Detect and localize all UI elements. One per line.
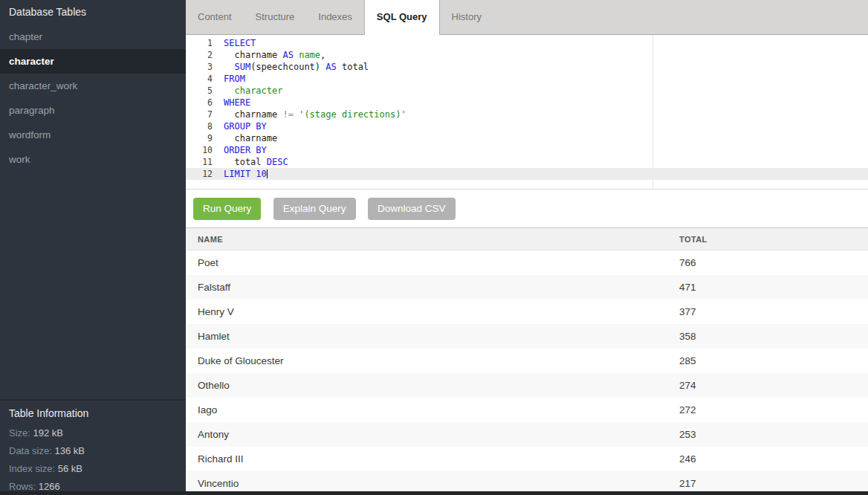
tab-history[interactable]: History (440, 0, 493, 34)
tab-content[interactable]: Content (186, 0, 244, 34)
text-cursor (267, 169, 268, 178)
tab-structure[interactable]: Structure (244, 0, 307, 34)
sidebar-item-character[interactable]: character (0, 49, 186, 74)
sql-token-st: name (299, 50, 320, 60)
results-table: NAME TOTAL Poet766Falstaff471Henry V377H… (186, 227, 868, 495)
editor-line-number: 3 (186, 61, 219, 73)
sql-token-pl: (speechcount) (250, 62, 326, 72)
cell-total: 217 (679, 478, 868, 489)
editor-line-number: 10 (186, 144, 219, 156)
table-info-row: Data size: 136 kB (0, 442, 186, 460)
editor-code-line: total DESC (224, 156, 868, 168)
sql-token-pl: charname (224, 109, 282, 120)
cell-total: 766 (679, 257, 868, 268)
cell-total: 274 (679, 380, 868, 391)
table-information-panel: Table Information Size: 192 kBData size:… (0, 399, 186, 495)
editor-line-number: 2 (186, 49, 219, 61)
editor-code-line: charname (224, 132, 868, 144)
sidebar-item-chapter[interactable]: chapter (0, 25, 186, 49)
editor-code-line: LIMIT 10 (224, 168, 868, 180)
table-info-label: Index size: (9, 463, 55, 474)
column-header-total[interactable]: TOTAL (679, 235, 868, 244)
table-row[interactable]: Antony253 (186, 422, 868, 447)
table-row[interactable]: Richard III246 (186, 447, 868, 471)
sql-token-op: != (282, 109, 293, 120)
cell-total: 253 (679, 429, 868, 440)
editor-line-number: 7 (186, 109, 219, 120)
sql-token-pl: , (320, 50, 326, 60)
editor-code[interactable]: SELECT charname AS name, SUM(speechcount… (224, 37, 868, 180)
table-info-value: 1266 (36, 481, 60, 492)
cell-name: Vincentio (186, 478, 679, 489)
sql-token-kw: SELECT (224, 38, 256, 48)
editor-code-line: SUM(speechcount) AS total (224, 61, 868, 73)
explain-query-button[interactable]: Explain Query (273, 198, 356, 220)
table-row[interactable]: Hamlet358 (186, 324, 868, 349)
sidebar-table-list: chaptercharactercharacter_workparagraphw… (0, 25, 186, 172)
sql-token-nu: 10 (256, 169, 266, 179)
editor-code-line: FROM (224, 73, 868, 85)
sidebar-item-character_work[interactable]: character_work (0, 74, 186, 98)
sidebar-item-paragraph[interactable]: paragraph (0, 98, 186, 123)
editor-line-number: 6 (186, 97, 219, 109)
column-header-name[interactable]: NAME (186, 235, 679, 244)
editor-code-line: SELECT (224, 37, 868, 49)
editor-gutter: 123456789101112 (186, 37, 219, 180)
cell-name: Iago (186, 404, 679, 415)
cell-name: Poet (186, 257, 679, 268)
cell-name: Richard III (186, 453, 679, 465)
table-row[interactable]: Othello274 (186, 373, 868, 398)
sql-token-st: character (234, 85, 282, 96)
editor-line-number: 1 (186, 37, 219, 49)
results-header-row: NAME TOTAL (186, 227, 868, 250)
sidebar-item-work[interactable]: work (0, 147, 186, 172)
download-csv-button[interactable]: Download CSV (368, 198, 456, 220)
sql-token-pl (224, 62, 234, 72)
editor-code-line: ORDER BY (224, 144, 868, 156)
table-row[interactable]: Henry V377 (186, 300, 868, 324)
sidebar-item-wordform[interactable]: wordform (0, 123, 186, 147)
table-row[interactable]: Duke of Gloucester285 (186, 349, 868, 373)
cell-total: 246 (679, 453, 868, 465)
table-info-row: Size: 192 kB (0, 424, 186, 442)
cell-name: Falstaff (186, 282, 679, 293)
app-window: Database Tables chaptercharactercharacte… (0, 0, 868, 495)
tab-bar: ContentStructureIndexesSQL QueryHistory (186, 0, 868, 35)
table-info-label: Data size: (9, 445, 52, 456)
sql-token-pl: total (224, 157, 267, 167)
editor-line-number: 9 (186, 132, 219, 144)
sql-token-kw: WHERE (224, 97, 250, 108)
sql-editor[interactable]: 123456789101112 SELECT charname AS name,… (186, 35, 868, 190)
table-row[interactable]: Poet766 (186, 250, 868, 275)
cell-name: Antony (186, 429, 679, 440)
editor-code-line: GROUP BY (224, 120, 868, 132)
sql-token-kw: FROM (224, 74, 245, 84)
sql-token-kw: SUM (234, 62, 250, 72)
table-info-value: 136 kB (52, 445, 85, 456)
sidebar-header: Database Tables (0, 0, 186, 25)
editor-line-number: 11 (186, 156, 219, 168)
cell-total: 272 (679, 404, 868, 415)
sql-token-pl: total (337, 62, 369, 72)
cell-total: 285 (679, 355, 868, 366)
tab-indexes[interactable]: Indexes (306, 0, 364, 34)
tab-sql-query[interactable]: SQL Query (364, 0, 440, 35)
sql-token-st: '(stage directions)' (299, 109, 407, 120)
sql-token-kw: GROUP BY (224, 121, 267, 132)
editor-code-line: charname != '(stage directions)' (224, 109, 868, 120)
sql-token-kw: DESC (267, 157, 288, 167)
sql-token-kw: LIMIT (224, 169, 250, 179)
main-content: ContentStructureIndexesSQL QueryHistory … (186, 0, 868, 495)
sql-token-pl: charname (224, 50, 282, 60)
table-info-list: Size: 192 kBData size: 136 kBIndex size:… (0, 424, 186, 495)
table-info-label: Rows: (9, 481, 36, 492)
table-row[interactable]: Iago272 (186, 398, 868, 422)
sql-token-kw: ORDER BY (224, 145, 267, 155)
run-query-button[interactable]: Run Query (193, 198, 261, 220)
sidebar: Database Tables chaptercharactercharacte… (0, 0, 186, 495)
editor-line-number: 8 (186, 120, 219, 132)
sql-token-pl (224, 85, 234, 96)
table-row[interactable]: Falstaff471 (186, 275, 868, 300)
sql-token-kw: AS (326, 62, 336, 72)
cell-name: Hamlet (186, 331, 679, 342)
